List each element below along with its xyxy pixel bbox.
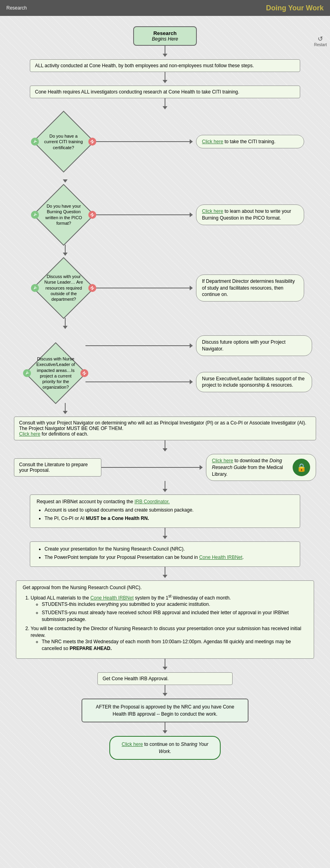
diamond1-text: Do you have a current CITI training cert… <box>43 133 85 150</box>
nrc-approval-box: Get approval from the Nursing Research C… <box>16 580 314 659</box>
start-title: Research <box>140 30 190 36</box>
badge-y-3: Y <box>29 282 41 294</box>
lock-icon: 🔒 <box>293 459 310 476</box>
cone-irb-text: Get Cone Health IRB Approval. <box>103 676 169 681</box>
start-box: Research Begins Here <box>133 26 197 46</box>
badge-y-4: Y <box>21 368 33 379</box>
badge-y-2: Y <box>29 209 41 220</box>
presentation-bullet-2: The PowerPoint template for your Proposa… <box>45 554 293 561</box>
after-approval-box: AFTER the Proposal is approved by the NR… <box>82 699 248 722</box>
literature-right-box: Click here to download the Doing Researc… <box>206 454 316 481</box>
step2-box: Cone Health requires ALL investigators c… <box>30 86 300 98</box>
nrc-intro: Get approval from the Nursing Research C… <box>23 585 142 590</box>
diamond2-text: Do you have your Burning Question writte… <box>43 203 85 226</box>
irb-text-pre: Request an IRBNet account by contacting … <box>37 499 134 504</box>
header: Research Doing Your Work <box>0 0 330 16</box>
diamond4-y-box: Nurse Executive/Leader facilitates suppo… <box>196 372 312 393</box>
consult-text-post: for definitions of each. <box>42 431 88 437</box>
header-title-right: Doing Your Work <box>266 4 324 12</box>
diamond4-n-text: Discuss future options with your Project… <box>202 339 285 352</box>
continue-box: Click here to continue on to Sharing You… <box>109 736 221 760</box>
literature-text-post: to download the <box>235 458 270 463</box>
diamond2-link[interactable]: Click here <box>202 208 223 214</box>
diamond3: Discuss with your Nurse Leader… Are reso… <box>33 257 95 319</box>
step1-box: ALL activity conducted at Cone Health, b… <box>30 59 300 72</box>
step2-text: Cone Health requires ALL investigators c… <box>35 89 239 95</box>
nrc-sub-1-2: STUDENTS-you must already have received … <box>42 609 307 623</box>
step1-text: ALL activity conducted at Cone Health, b… <box>35 63 254 68</box>
diamond1-side-text: to take the CITI training. <box>225 139 276 144</box>
after-approval-text: AFTER the Proposal is approved by the NR… <box>96 704 234 717</box>
nrc-sub-1-1: STUDENTS-this includes everything you su… <box>42 601 307 608</box>
consult-text-pre: Consult with your Project Navigator on d… <box>19 420 306 431</box>
diamond1-side-box: Click here to take the CITI training. <box>196 135 304 149</box>
diamond1: Do you have a current CITI training cert… <box>33 111 95 173</box>
literature-left-box: Consult the Literature to prepare your P… <box>14 458 101 477</box>
presentation-box: Create your presentation for the Nursing… <box>30 541 300 567</box>
diamond4-y-text: Nurse Executive/Leader facilitates suppo… <box>202 376 305 388</box>
continue-link[interactable]: Click here <box>122 741 143 747</box>
continue-text-post: to continue on to <box>144 741 181 747</box>
diamond1-link[interactable]: Click here <box>202 139 223 144</box>
nrc-sub-2-1: The NRC meets the 3rd Wednesday of each … <box>42 638 307 652</box>
irb-bullet-1: Account is used to upload documents and … <box>45 507 293 514</box>
irb-bullet-2: The PI, Co-PI or AI MUST be a Cone Healt… <box>45 515 293 522</box>
cone-irb-box: Get Cone Health IRB Approval. <box>97 672 233 685</box>
presentation-bullet-1: Create your presentation for the Nursing… <box>45 546 293 553</box>
nrc-item-2: You will be contacted by the Director of… <box>31 625 307 652</box>
consult-link[interactable]: Click here <box>19 431 40 437</box>
nrc-irb-link[interactable]: Cone Health IRBNet <box>90 595 134 601</box>
consult-box: Consult with your Project Navigator on d… <box>14 416 316 440</box>
diamond2-side-box: Click here to learn about how to write y… <box>196 204 304 225</box>
diamond3-side-box: If Department Director determines feasib… <box>196 274 304 302</box>
diamond4-n-box: Discuss future options with your Project… <box>196 335 312 356</box>
header-title-left: Research <box>6 5 27 11</box>
diamond3-side-text: If Department Director determines feasib… <box>202 278 295 298</box>
literature-link[interactable]: Click here <box>212 458 233 463</box>
badge-y-1: Y <box>29 136 41 147</box>
start-sub: Begins Here <box>140 36 190 42</box>
diamond4-text: Discuss with Nurse Executive/Leader of i… <box>35 356 77 390</box>
irb-link[interactable]: IRB Coordinator. <box>134 499 170 504</box>
presentation-link[interactable]: Cone Health IRBNet <box>199 555 243 560</box>
irb-box: Request an IRBNet account by contacting … <box>30 494 300 528</box>
literature-left-text: Consult the Literature to prepare your P… <box>19 462 88 473</box>
diamond3-text: Discuss with your Nurse Leader… Are reso… <box>43 274 85 302</box>
diamond4: Discuss with Nurse Executive/Leader of i… <box>25 342 87 404</box>
nrc-item-1: Upload ALL materials to the Cone Health … <box>31 594 307 623</box>
diamond2: Do you have your Burning Question writte… <box>33 184 95 246</box>
